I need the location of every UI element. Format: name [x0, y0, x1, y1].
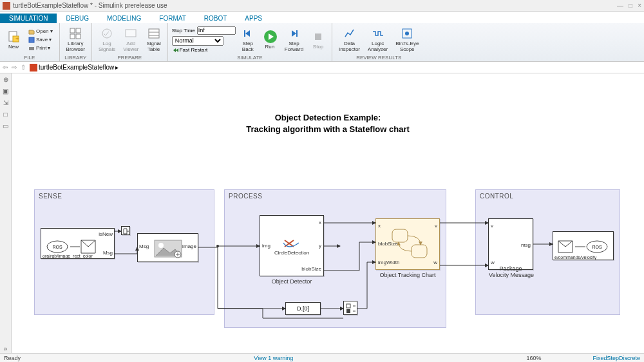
minimize-button[interactable]: —	[617, 2, 623, 9]
breadcrumb-model: turtleBotExampleStateflow	[39, 64, 114, 71]
breadcrumb-bar: ⇦ ⇨ ⇧ turtleBotExampleStateflow ▸	[0, 62, 644, 73]
tab-apps[interactable]: APPS	[236, 14, 271, 23]
svg-text:+: +	[15, 35, 19, 42]
svg-rect-7	[70, 34, 75, 39]
stop-time-label: Stop Time	[172, 28, 195, 33]
nav-fwd-button[interactable]: ⇨	[12, 64, 17, 71]
nav-back-button[interactable]: ⇦	[3, 64, 8, 71]
tab-robot[interactable]: ROBOT	[195, 14, 236, 23]
block-tracking-chart[interactable]: x blobSize imgWidth v w Object Tracking …	[375, 218, 440, 270]
print-button[interactable]: Print ▾	[26, 44, 55, 52]
svg-rect-16	[296, 30, 298, 37]
ribbon-group-file: + New Open ▾ Save ▾ Print ▾ FILE	[0, 23, 60, 61]
block-publish[interactable]: ROS e/commands/velocity	[553, 231, 614, 260]
block-package-velocity[interactable]: v w msg Package Velocity Message	[488, 218, 533, 270]
svg-point-23	[158, 243, 164, 248]
block-terminator[interactable]	[121, 226, 130, 235]
data-inspector-button[interactable]: Data Inspector	[336, 25, 363, 54]
status-bar: Ready View 1 warning 160% FixedStepDiscr…	[0, 353, 644, 362]
log-signals-button[interactable]: Log Signals	[96, 25, 118, 54]
new-button[interactable]: + New	[4, 28, 23, 52]
status-zoom[interactable]: 160%	[526, 355, 541, 361]
svg-text:ROS: ROS	[52, 245, 62, 249]
svg-text:ROS: ROS	[592, 245, 602, 249]
svg-rect-3	[29, 37, 34, 43]
nav-up-button[interactable]: ⇧	[21, 64, 26, 71]
fast-restart-label: Fast Restart	[180, 47, 208, 53]
canvas[interactable]: Object Detection Example: Tracking algor…	[12, 73, 644, 353]
status-ready: Ready	[4, 355, 21, 361]
step-back-button[interactable]: Step Back	[238, 25, 258, 54]
step-forward-button[interactable]: Step Forward	[282, 25, 306, 54]
tab-modeling[interactable]: MODELING	[98, 14, 150, 23]
svg-point-31	[216, 245, 219, 247]
block-object-detector[interactable]: img CircleDetection x y blobSize Object …	[260, 215, 324, 276]
expand-icon[interactable]: »	[2, 345, 10, 353]
run-button[interactable]: Run	[260, 28, 279, 52]
breadcrumb[interactable]: turtleBotExampleStateflow ▸	[30, 64, 118, 71]
block-width-const[interactable]: D.[0]	[285, 302, 321, 315]
svg-rect-25	[346, 304, 350, 308]
svg-point-19	[405, 32, 409, 35]
block-read-image[interactable]: Msg Image	[137, 233, 198, 262]
model-icon	[30, 64, 37, 71]
stop-time-input[interactable]	[197, 26, 236, 35]
birds-eye-button[interactable]: Bird's-Eye Scope	[393, 25, 421, 54]
svg-rect-27	[392, 229, 408, 242]
ribbon-group-prepare: Log Signals Add Viewer Signal Table PREP…	[92, 23, 168, 61]
signal-table-button[interactable]: Signal Table	[144, 25, 163, 54]
canvas-toolbar: ⊕ ▣ ⇲ □ ▭ »	[0, 73, 12, 353]
block-selector[interactable]	[343, 301, 357, 315]
open-button[interactable]: Open ▾	[26, 28, 55, 35]
title-bar: turtleBotExampleStateflow * - Simulink p…	[0, 0, 644, 12]
svg-rect-14	[244, 30, 245, 37]
block-subscribe[interactable]: ROS isNew Msg ora/rgb/image_rect_color	[41, 228, 115, 259]
tab-simulation[interactable]: SIMULATION	[0, 14, 57, 23]
svg-rect-8	[76, 34, 80, 39]
window-title: turtleBotExampleStateflow * - Simulink p…	[13, 2, 167, 9]
ribbon-group-simulate: Stop Time Normal Fast Restart Step Back …	[168, 23, 332, 61]
pan-icon[interactable]: ⇲	[2, 99, 10, 107]
annotate-icon[interactable]: □	[2, 111, 10, 119]
svg-rect-28	[412, 245, 427, 258]
stop-button[interactable]: Stop	[308, 28, 328, 52]
library-browser-button[interactable]: Library Browser	[64, 25, 88, 54]
svg-rect-26	[346, 309, 350, 313]
comment-icon[interactable]: ▭	[2, 122, 10, 130]
fast-restart-icon	[172, 47, 178, 53]
save-button[interactable]: Save ▾	[26, 36, 55, 44]
fit-icon[interactable]: ▣	[2, 88, 10, 95]
status-warning[interactable]: View 1 warning	[254, 355, 293, 361]
logic-analyzer-button[interactable]: Logic Analyzer	[365, 25, 390, 54]
app-icon	[3, 2, 10, 10]
ribbon-group-review: Data Inspector Logic Analyzer Bird's-Eye…	[332, 23, 425, 61]
ribbon: + New Open ▾ Save ▾ Print ▾ FILE Library…	[0, 23, 644, 62]
svg-rect-11	[149, 29, 159, 38]
sim-mode-select[interactable]: Normal	[172, 36, 223, 46]
add-viewer-button[interactable]: Add Viewer	[120, 25, 141, 54]
svg-rect-4	[29, 47, 34, 50]
svg-rect-17	[315, 33, 321, 40]
diagram-title: Object Detection Example: Tracking algor…	[12, 112, 644, 135]
tab-debug[interactable]: DEBUG	[57, 14, 98, 23]
zoom-in-icon[interactable]: ⊕	[2, 76, 10, 84]
main-area: ⊕ ▣ ⇲ □ ▭ » Object Detection Example: Tr…	[0, 73, 644, 353]
ribbon-group-library: Library Browser LIBRARY	[60, 23, 92, 61]
sim-controls: Stop Time Normal Fast Restart	[172, 26, 236, 53]
svg-rect-6	[76, 28, 80, 33]
maximize-button[interactable]: □	[629, 2, 632, 9]
close-button[interactable]: ×	[638, 2, 641, 9]
tab-format[interactable]: FORMAT	[150, 14, 194, 23]
svg-rect-5	[70, 28, 75, 33]
status-solver[interactable]: FixedStepDiscrete	[592, 355, 640, 361]
ribbon-tabs: SIMULATION DEBUG MODELING FORMAT ROBOT A…	[0, 12, 644, 23]
svg-rect-10	[126, 30, 136, 37]
